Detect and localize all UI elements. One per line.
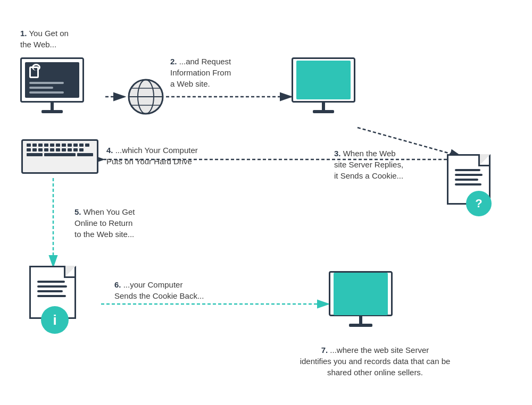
- diagram: 1. You Get onthe Web... 2. ...and Reques…: [0, 0, 532, 405]
- info-badge: i: [41, 306, 69, 334]
- lock-icon: [29, 66, 39, 78]
- question-badge: ?: [466, 191, 492, 216]
- document-cookie-left: i: [29, 266, 76, 319]
- monitor-server-top: [292, 57, 355, 113]
- document-cookie-right: ?: [447, 154, 491, 205]
- step7-label: 7. ...where the web site Serveridentifie…: [247, 344, 503, 378]
- globe-icon: [127, 78, 165, 116]
- step6-label: 6. ...your ComputerSends the Cookie Back…: [114, 279, 204, 301]
- monitor-server-bottom: [329, 271, 393, 327]
- monitor-user: [20, 57, 84, 113]
- keyboard-icon: [21, 139, 98, 174]
- step1-label: 1. You Get onthe Web...: [20, 28, 69, 50]
- step2-label: 2. ...and RequestInformation Froma Web s…: [170, 56, 231, 89]
- step5-label: 5. When You GetOnline to Returnto the We…: [74, 206, 135, 240]
- step4-label: 4. ...which Your ComputerPuts on Your Ha…: [106, 145, 198, 167]
- step3-label: 3. When the Website Server Replies,it Se…: [334, 148, 403, 181]
